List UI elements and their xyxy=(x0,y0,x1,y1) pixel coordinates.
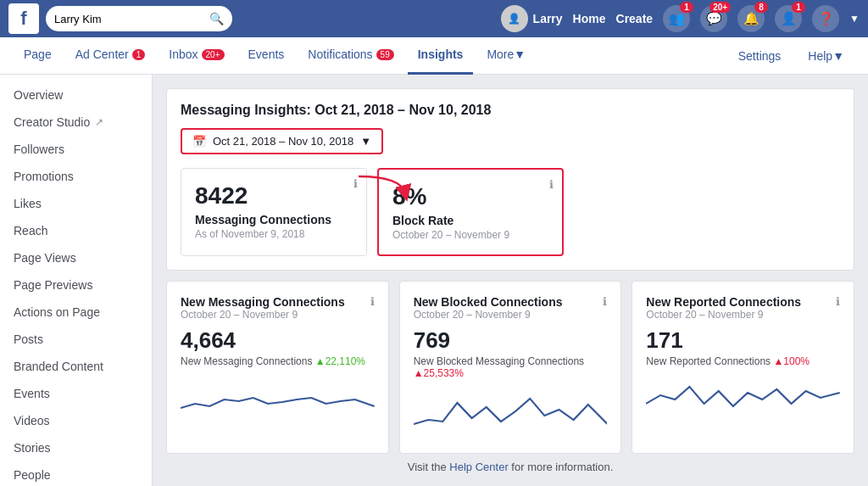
nav-settings[interactable]: Settings xyxy=(728,37,792,75)
sidebar-item-followers[interactable]: Followers xyxy=(0,136,152,163)
more-dropdown-icon: ▼ xyxy=(514,47,526,61)
metrics-row: ℹ 8422 Messaging Connections As of Novem… xyxy=(181,168,840,256)
sparkline-2 xyxy=(414,386,608,437)
insights-date-range: Oct 21, 2018 – Nov 10, 2018 xyxy=(314,103,491,117)
sidebar-item-creator-studio[interactable]: Creator Studio ↗ xyxy=(0,109,152,136)
chart-number-2: 769 xyxy=(414,327,608,354)
search-icon[interactable]: 🔍 xyxy=(209,12,224,25)
sidebar: Overview Creator Studio ↗ Followers Prom… xyxy=(0,75,153,486)
chart-period-3: October 20 – November 9 xyxy=(646,309,840,321)
help-dropdown-icon: ▼ xyxy=(832,49,844,63)
sidebar-item-likes[interactable]: Likes xyxy=(0,190,152,217)
avatar: 👤 xyxy=(501,5,528,32)
sparkline-1 xyxy=(181,374,375,425)
nav-ad-center[interactable]: Ad Center 1 xyxy=(65,37,156,75)
secondary-nav-right: Settings Help ▼ xyxy=(728,37,854,75)
nav-more[interactable]: More ▼ xyxy=(476,37,536,75)
date-range-button[interactable]: 📅 Oct 21, 2018 – Nov 10, 2018 ▼ xyxy=(181,128,383,154)
help-center-section: Visit the Help Center for more informati… xyxy=(166,461,854,473)
metric-info-icon-1[interactable]: ℹ xyxy=(353,177,358,190)
sidebar-item-overview[interactable]: Overview xyxy=(0,81,152,109)
sidebar-item-videos[interactable]: Videos xyxy=(0,407,152,434)
messages-icon-btn[interactable]: 💬 20+ xyxy=(700,5,727,32)
friends-badge: 1 xyxy=(680,2,693,13)
help-center-link[interactable]: Help Center xyxy=(449,461,508,473)
search-input[interactable] xyxy=(54,13,204,25)
chart-number-1: 4,664 xyxy=(181,327,375,354)
sidebar-item-stories[interactable]: Stories xyxy=(0,434,152,461)
chart-new-reported-connections: ℹ New Reported Connections October 20 – … xyxy=(632,281,854,454)
metric-sub-2: October 20 – November 9 xyxy=(392,229,548,241)
sidebar-item-events[interactable]: Events xyxy=(0,380,152,407)
sidebar-item-posts[interactable]: Posts xyxy=(0,326,152,353)
chart-info-icon-3[interactable]: ℹ xyxy=(836,295,840,308)
chart-sub-2: New Blocked Messaging Connections ▲25,53… xyxy=(414,355,608,379)
nav-notifications[interactable]: Notifications 59 xyxy=(298,37,403,75)
notifications-nav-badge: 59 xyxy=(376,49,394,60)
nav-insights[interactable]: Insights xyxy=(408,37,474,75)
chart-title-3: New Reported Connections xyxy=(646,295,840,309)
nav-dropdown-arrow[interactable]: ▼ xyxy=(849,13,860,25)
nav-inbox[interactable]: Inbox 20+ xyxy=(159,37,234,75)
nav-help[interactable]: Help ▼ xyxy=(798,37,854,75)
facebook-logo: f xyxy=(8,3,39,34)
top-navigation: f 🔍 👤 Larry Home Create 👥 1 💬 20+ 🔔 8 👤 … xyxy=(0,0,868,37)
chart-change-3: ▲100% xyxy=(773,355,810,367)
chart-title-2: New Blocked Connections xyxy=(414,295,608,309)
metric-number-2: 8% xyxy=(392,183,548,210)
chart-change-2: ▲25,533% xyxy=(414,367,464,379)
nav-right-section: 👤 Larry Home Create 👥 1 💬 20+ 🔔 8 👤 1 ❓ … xyxy=(501,5,860,32)
nav-user[interactable]: 👤 Larry xyxy=(501,5,563,32)
help-icon-btn[interactable]: ❓ xyxy=(812,5,839,32)
metric-messaging-connections: ℹ 8422 Messaging Connections As of Novem… xyxy=(181,168,367,256)
sidebar-item-page-views[interactable]: Page Views xyxy=(0,244,152,271)
metric-block-rate: ℹ 8% Block Rate October 20 – November 9 xyxy=(377,168,564,256)
chart-change-1: ▲22,110% xyxy=(315,355,365,367)
main-layout: Overview Creator Studio ↗ Followers Prom… xyxy=(0,75,868,486)
people-badge: 1 xyxy=(792,2,805,13)
user-name: Larry xyxy=(533,12,563,25)
metric-label-2: Block Rate xyxy=(392,214,548,227)
search-bar[interactable]: 🔍 xyxy=(46,6,232,31)
sparkline-3 xyxy=(646,374,840,425)
sidebar-item-reach[interactable]: Reach xyxy=(0,217,152,244)
date-range-label: Oct 21, 2018 – Nov 10, 2018 xyxy=(213,135,353,148)
chart-number-3: 171 xyxy=(646,327,840,354)
insights-header-card: Messaging Insights: Oct 21, 2018 – Nov 1… xyxy=(166,88,854,271)
inbox-badge: 20+ xyxy=(202,49,225,60)
date-dropdown-icon: ▼ xyxy=(360,135,371,148)
people-icon-btn[interactable]: 👤 1 xyxy=(775,5,802,32)
sidebar-item-people[interactable]: People xyxy=(0,461,152,486)
notifications-icon-btn[interactable]: 🔔 8 xyxy=(737,5,765,32)
chart-new-messaging-connections: ℹ New Messaging Connections October 20 –… xyxy=(166,281,389,454)
chart-title-1: New Messaging Connections xyxy=(181,295,375,309)
ad-center-badge: 1 xyxy=(132,49,146,60)
insights-title: Messaging Insights: Oct 21, 2018 – Nov 1… xyxy=(181,103,840,118)
metrics-container: ℹ 8422 Messaging Connections As of Novem… xyxy=(181,168,840,256)
home-link[interactable]: Home xyxy=(573,12,606,25)
chart-sub-1: New Messaging Connections ▲22,110% xyxy=(181,355,375,367)
sidebar-item-actions-on-page[interactable]: Actions on Page xyxy=(0,299,152,326)
chart-info-icon-2[interactable]: ℹ xyxy=(603,295,607,308)
sidebar-item-page-previews[interactable]: Page Previews xyxy=(0,271,152,299)
metric-label-1: Messaging Connections xyxy=(195,213,353,226)
metric-sub-1: As of November 9, 2018 xyxy=(195,228,353,240)
external-link-icon: ↗ xyxy=(95,116,103,128)
sidebar-item-branded-content[interactable]: Branded Content xyxy=(0,353,152,380)
messages-badge: 20+ xyxy=(709,2,731,13)
friends-icon-btn[interactable]: 👥 1 xyxy=(663,5,690,32)
chart-sub-3: New Reported Connections ▲100% xyxy=(646,355,840,367)
secondary-navigation: Page Ad Center 1 Inbox 20+ Events Notifi… xyxy=(0,37,868,75)
metric-info-icon-2[interactable]: ℹ xyxy=(549,178,554,191)
nav-events[interactable]: Events xyxy=(238,37,295,75)
charts-row: ℹ New Messaging Connections October 20 –… xyxy=(166,281,854,454)
notifications-badge: 8 xyxy=(754,2,768,13)
sidebar-item-promotions[interactable]: Promotions xyxy=(0,163,152,190)
chart-info-icon-1[interactable]: ℹ xyxy=(370,295,375,308)
metric-number-1: 8422 xyxy=(195,182,353,209)
chart-period-1: October 20 – November 9 xyxy=(181,309,375,321)
calendar-icon: 📅 xyxy=(192,135,206,148)
nav-page[interactable]: Page xyxy=(14,37,62,75)
create-link[interactable]: Create xyxy=(616,12,654,25)
content-area: Messaging Insights: Oct 21, 2018 – Nov 1… xyxy=(153,75,868,486)
